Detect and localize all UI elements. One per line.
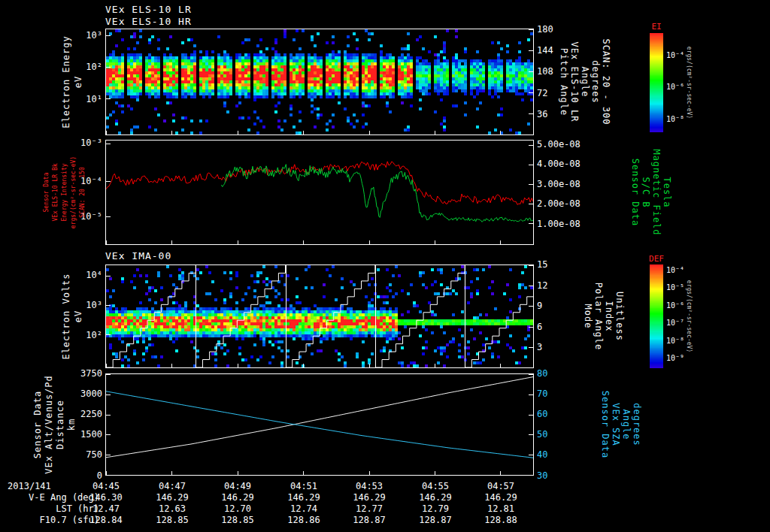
p4-ylabel: VEx Alt/Venus/Pd	[44, 364, 54, 485]
lst-value: 12.79	[408, 503, 462, 514]
time-tick: 04:53	[342, 481, 396, 491]
panel-els-spectrogram	[105, 29, 534, 135]
p2-ylabel: Sensor Data	[43, 136, 50, 249]
p2-rlabel: S/C B	[641, 136, 651, 249]
f107-value: 128.84	[79, 515, 133, 525]
ve-ang-value: 146.29	[277, 492, 331, 503]
p4-rtick: 40	[537, 449, 596, 460]
ve-ang-value: 146.30	[79, 492, 133, 503]
colorbar-def	[650, 264, 663, 368]
time-tick: 04:57	[474, 481, 528, 491]
f107-value: 128.85	[145, 515, 199, 525]
p2-rlabel: Sensor Data	[630, 136, 641, 249]
ve-ang-value: 146.29	[474, 492, 528, 503]
colorbar-ei-title: EI	[648, 22, 665, 32]
colorbar-def-title: DEF	[644, 254, 669, 264]
panel-intensity-bfield	[105, 140, 534, 245]
ve-ang-value: 146.29	[211, 492, 265, 503]
cb-def-tick: 10⁻⁹	[666, 354, 699, 362]
cb-def-tick: 10⁻⁸	[666, 337, 699, 345]
lst-value: 12.74	[277, 503, 331, 514]
p4-ylabel: Distance	[55, 364, 65, 485]
p4-rtick: 30	[537, 470, 596, 481]
time-tick: 04:55	[408, 481, 462, 491]
alt-sza-canvas	[106, 374, 533, 475]
p2-rtick: 1.00e-08	[537, 219, 596, 229]
p1-rlabel: VEx ELS-10 LR	[569, 22, 580, 142]
cb-def-tick: 10⁻⁷	[666, 319, 699, 327]
cb-def-tick: 10⁻⁴	[666, 266, 699, 274]
screen: VEx ELS-10 LR VEx ELS-10 HR VEx IMA-00 1…	[0, 0, 770, 532]
p3-rlabel: Index	[604, 260, 614, 373]
lst-value: 12.77	[342, 503, 396, 514]
p3-rlabel: Unitless	[614, 260, 625, 373]
cb-ei-tick: 10⁻⁴	[666, 51, 699, 59]
p4-rlabel: Angle	[621, 368, 632, 481]
f107-value: 128.86	[277, 515, 331, 525]
p2-ylabel: SCAN: 20 - 150	[79, 136, 86, 249]
time-tick: 04:45	[79, 481, 133, 491]
f107-value: 128.88	[474, 515, 528, 525]
p3-rlabel: Polar Angle	[593, 260, 604, 373]
p1-ylabel-units: eV	[73, 22, 83, 142]
panel-alt-sza	[105, 373, 534, 476]
cb-def-tick: 10⁻⁶	[666, 301, 699, 310]
p2-ylabel: ergs/(cm²-sr-sec-eV)	[70, 136, 77, 249]
ima-spectrogram-canvas	[106, 265, 533, 367]
time-tick: 04:47	[145, 481, 199, 491]
p2-rtick: 3.00e-08	[537, 179, 596, 189]
plot-title-ima: VEx IMA-00	[105, 250, 171, 261]
ve-ang-value: 146.29	[145, 492, 199, 503]
p2-rtick: 2.00e-08	[537, 198, 596, 209]
cb-ei-unit: ergs/(cm²-sr-sec-eV)	[685, 30, 693, 135]
f107-value: 128.87	[408, 515, 462, 525]
lst-value: 12.47	[79, 503, 133, 514]
p1-rlabel: Pitch Angle	[559, 22, 569, 142]
p3-ylabel: Electron Volts	[61, 256, 71, 376]
p2-ylabel: VEx ELS-10 LR Bk	[52, 136, 59, 249]
plot-title-els-hr: VEx ELS-10 HR	[105, 16, 192, 27]
cb-def-unit: ergs/(cm²-sr-sec-eV)	[685, 264, 693, 369]
p2-rtick: 4.00e-08	[537, 159, 596, 169]
ve-ang-value: 146.29	[408, 492, 462, 503]
p1-rlabel: Angle	[580, 22, 590, 142]
p4-rtick: 50	[537, 429, 596, 440]
p2-rlabel: Tesla	[662, 136, 672, 249]
p1-ylabel: Electron Energy	[61, 22, 71, 142]
plot-title-els-lr: VEx ELS-10 LR	[105, 4, 192, 15]
p4-rlabel: degrees	[632, 368, 642, 481]
cb-ei-tick: 10⁻⁸	[666, 115, 699, 123]
f107-value: 128.85	[211, 515, 265, 525]
lst-value: 12.81	[474, 503, 528, 514]
panel-ima-spectrogram	[105, 264, 534, 368]
p4-ylabel-units: km	[66, 364, 77, 485]
f107-value: 128.87	[342, 515, 396, 525]
cb-ei-tick: 10⁻⁶	[666, 83, 699, 91]
p3-ylabel-units: eV	[73, 256, 83, 376]
p1-rlabel: degrees	[590, 22, 601, 142]
p4-rlabel: VEx SZA	[611, 368, 621, 481]
p2-ylabel: Energy Intensity	[61, 136, 68, 249]
lst-value: 12.70	[211, 503, 265, 514]
date-label: 2013/141	[8, 481, 71, 491]
p4-ylabel: Sensor Data	[32, 364, 43, 485]
time-tick: 04:51	[277, 481, 331, 491]
colorbar-ei	[650, 33, 663, 132]
lst-value: 12.63	[145, 503, 199, 514]
intensity-bfield-canvas	[106, 141, 533, 244]
p1-rlabel: SCAN: 20 - 300	[601, 22, 611, 142]
els-spectrogram-canvas	[106, 29, 533, 135]
ve-ang-value: 146.29	[342, 492, 396, 503]
p3-rlabel: Mode	[583, 260, 593, 373]
p4-rlabel: Sensor Data	[600, 368, 611, 481]
cb-def-tick: 10⁻⁵	[666, 283, 699, 292]
p4-rtick: 70	[537, 388, 596, 399]
p4-rtick: 60	[537, 409, 596, 419]
p2-rlabel: Magnetic Field	[651, 136, 662, 249]
time-tick: 04:49	[211, 481, 265, 491]
